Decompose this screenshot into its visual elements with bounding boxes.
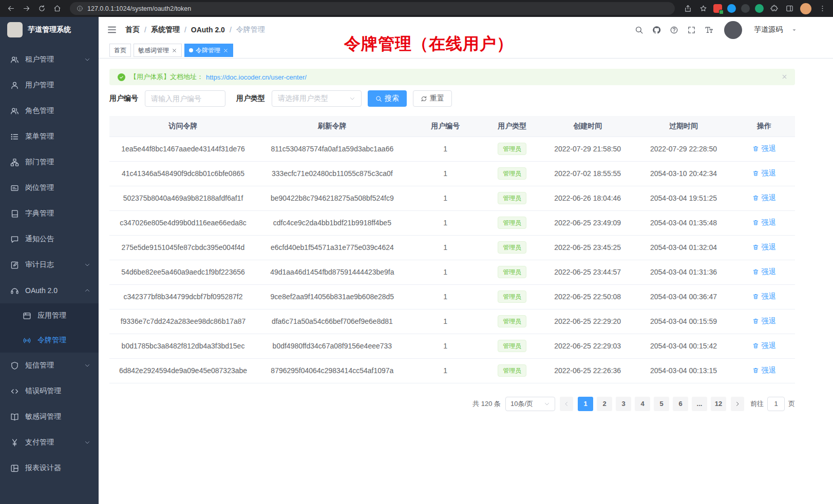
tab-首页[interactable]: 首页 — [109, 44, 131, 57]
sidebar-item-tenant[interactable]: 租户管理 — [0, 47, 99, 72]
force-logout-button[interactable]: 强退 — [752, 267, 775, 277]
force-logout-button[interactable]: 强退 — [752, 169, 775, 178]
pagination-more-button[interactable]: ... — [692, 397, 707, 411]
bookmark-star-icon[interactable] — [696, 2, 710, 15]
table-row: 6d842e2924594de9a09e45e087323abe8796295f… — [109, 358, 795, 383]
annotation-text: 令牌管理（在线用户） — [344, 33, 514, 55]
trash-icon — [752, 170, 759, 177]
sidebar-item-menu[interactable]: 菜单管理 — [0, 124, 99, 149]
page-size-select[interactable]: 10条/页 — [505, 397, 555, 411]
extension-badge — [719, 10, 724, 14]
pagination-page-5[interactable]: 5 — [654, 397, 669, 411]
chevron-down-icon[interactable] — [791, 27, 797, 33]
close-icon[interactable] — [223, 48, 229, 53]
extension-icon-3[interactable] — [741, 4, 750, 13]
app-logo[interactable]: 芋道管理系统 — [0, 17, 99, 43]
search-icon[interactable] — [635, 26, 643, 34]
sidebar-item-user[interactable]: 用户管理 — [0, 72, 99, 98]
sidebar-item-dict[interactable]: 字典管理 — [0, 201, 99, 226]
side-panel-icon[interactable] — [783, 2, 796, 15]
alert-close-icon[interactable] — [781, 73, 788, 80]
user-name[interactable]: 芋道源码 — [754, 25, 783, 34]
force-logout-button[interactable]: 强退 — [752, 243, 775, 252]
user-type-badge: 管理员 — [498, 340, 526, 352]
pagination-page-6[interactable]: 6 — [673, 397, 688, 411]
search-button[interactable]: 搜索 — [368, 90, 407, 107]
breadcrumb-separator: / — [184, 26, 186, 34]
access-token-cell: c342377bf8b344799dcbf7bf095287f2 — [109, 284, 257, 309]
force-logout-button[interactable]: 强退 — [752, 292, 775, 301]
sidebar-item-error-code[interactable]: 错误码管理 — [0, 378, 99, 404]
fullscreen-icon[interactable] — [687, 26, 696, 34]
browser-forward-button[interactable] — [20, 2, 33, 15]
refresh-token-cell: 811c530487574fa0af1a59d3abc1aa66 — [257, 137, 408, 161]
access-token-cell: 502375b8040a469a9b82188afdf6af1f — [109, 186, 257, 210]
extension-icon-2[interactable] — [727, 4, 736, 13]
font-size-icon[interactable] — [705, 26, 713, 34]
table-row: f9336e7c7dd242a283ee98dc86b17a87dfa6c71a… — [109, 309, 795, 334]
sidebar-item-role[interactable]: 角色管理 — [0, 98, 99, 124]
breadcrumb-oauth[interactable]: OAuth 2.0 — [191, 26, 225, 34]
force-logout-button[interactable]: 强退 — [752, 317, 775, 326]
force-logout-button[interactable]: 强退 — [752, 218, 775, 227]
close-icon[interactable] — [172, 48, 177, 53]
force-logout-button[interactable]: 强退 — [752, 144, 775, 153]
browser-reload-button[interactable] — [35, 2, 48, 15]
sidebar-item-oauth2-token[interactable]: 令牌管理 — [0, 328, 99, 353]
pagination-page-4[interactable]: 4 — [635, 397, 650, 411]
tab-令牌管理[interactable]: 令牌管理 — [184, 44, 233, 57]
force-logout-button[interactable]: 强退 — [752, 341, 775, 351]
pagination-page-12[interactable]: 12 — [711, 397, 726, 411]
breadcrumb-system[interactable]: 系统管理 — [151, 25, 180, 34]
browser-menu-icon[interactable] — [816, 2, 829, 15]
address-bar[interactable]: 127.0.0.1:1024/system/oauth2/token — [70, 2, 675, 15]
sidebar-item-oauth2-app[interactable]: 应用管理 — [0, 303, 99, 328]
refresh-token-cell: cdfc4ce9c2da4bb1bdf21b9918ff4be5 — [257, 210, 408, 235]
extensions-puzzle-icon[interactable] — [767, 2, 781, 15]
user-id-cell: 1 — [408, 260, 483, 284]
help-icon[interactable] — [670, 26, 678, 34]
user-id-cell: 1 — [408, 284, 483, 309]
sidebar-item-dept[interactable]: 部门管理 — [0, 149, 99, 175]
pagination-page-2[interactable]: 2 — [597, 397, 612, 411]
sidebar-item-oauth2[interactable]: OAuth 2.0 — [0, 278, 99, 303]
site-info-icon[interactable] — [77, 5, 83, 12]
sidebar-item-sensitive-word[interactable]: 敏感词管理 — [0, 404, 99, 430]
force-logout-button[interactable]: 强退 — [752, 193, 775, 203]
user-type-badge: 管理员 — [498, 143, 526, 155]
user-type-select[interactable]: 请选择用户类型 — [272, 90, 362, 107]
pagination-page-1[interactable]: 1 — [578, 397, 593, 411]
goto-page-input[interactable] — [767, 397, 785, 411]
sidebar-item-audit-log[interactable]: 审计日志 — [0, 252, 99, 278]
create-time-cell: 2022-07-02 18:55:55 — [541, 161, 634, 186]
tab-敏感词管理[interactable]: 敏感词管理 — [134, 44, 182, 57]
breadcrumb-home[interactable]: 首页 — [125, 25, 140, 34]
doc-link[interactable]: https://doc.iocoder.cn/user-center/ — [206, 73, 307, 81]
user-id-input[interactable] — [145, 90, 225, 107]
sidebar-item-notice[interactable]: 通知公告 — [0, 226, 99, 252]
user-avatar[interactable] — [724, 21, 742, 39]
browser-profile-avatar[interactable] — [800, 3, 811, 14]
trash-icon — [752, 367, 759, 374]
extension-icon-1[interactable] — [713, 4, 722, 13]
share-icon[interactable] — [681, 2, 694, 15]
active-tab-dot — [189, 48, 193, 52]
reset-button[interactable]: 重置 — [413, 90, 452, 107]
pagination-prev-button[interactable] — [560, 397, 573, 411]
pagination-page-3[interactable]: 3 — [616, 397, 631, 411]
hamburger-icon[interactable] — [107, 25, 117, 35]
browser-back-button[interactable] — [4, 2, 17, 15]
pagination-next-button[interactable] — [731, 397, 744, 411]
access-token-cell: b0d1785bc3a8482f812db4a3f3bd15ec — [109, 334, 257, 358]
refresh-token-cell: e6cfd40eb1f54571a31e775e039c4624 — [257, 235, 408, 260]
force-logout-button[interactable]: 强退 — [752, 366, 775, 375]
refresh-token-cell: dfa6c71a50a54c66bef706ef9e6e8d81 — [257, 309, 408, 334]
github-icon[interactable] — [652, 26, 661, 34]
sidebar-item-pay[interactable]: 支付管理 — [0, 430, 99, 455]
browser-home-button[interactable] — [50, 2, 64, 15]
sidebar-item-sms[interactable]: 短信管理 — [0, 353, 99, 378]
sidebar-item-post[interactable]: 岗位管理 — [0, 175, 99, 201]
user-type-label: 用户类型 — [236, 94, 265, 103]
sidebar-item-report-designer[interactable]: 报表设计器 — [0, 455, 99, 481]
extension-icon-4[interactable] — [755, 4, 764, 13]
